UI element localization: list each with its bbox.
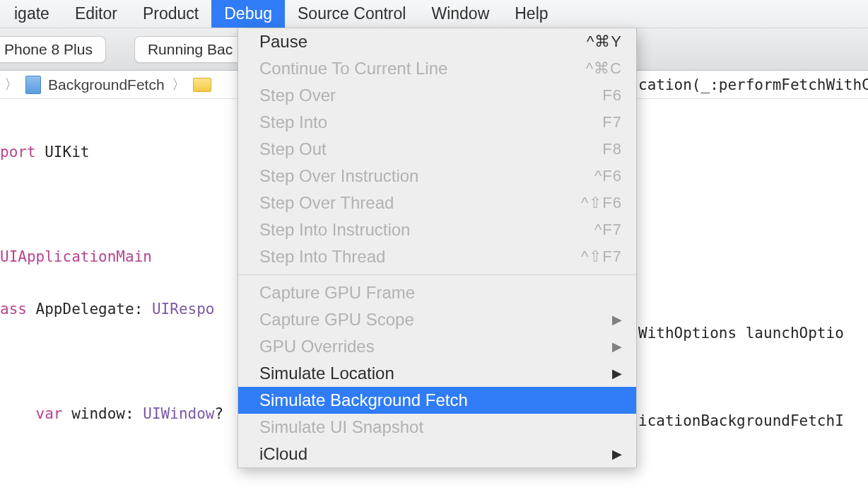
code-token: UIKit [45,144,89,161]
menu-item-continue-to-current-line: Continue To Current Line^⌘C [238,55,636,82]
menu-shortcut: ^⌘C [586,59,622,78]
menu-item-label: Pause [259,32,307,52]
code-token: UIRespo [152,301,215,318]
menu-item-capture-gpu-frame: Capture GPU Frame [238,279,636,306]
menu-shortcut: ^F7 [594,221,622,239]
menu-item-step-over: Step OverF6 [238,82,636,109]
menu-separator [238,274,636,275]
menu-shortcut: ^F6 [594,167,622,185]
menu-item-step-into: Step IntoF7 [238,109,636,136]
menu-item-label: GPU Overrides [259,337,375,356]
menu-item-label: Simulate Background Fetch [259,390,468,410]
menu-item-step-over-instruction: Step Over Instruction^F6 [238,163,636,190]
menu-shortcut: F8 [602,140,622,158]
menu-product[interactable]: Product [130,0,211,28]
menu-item-simulate-location[interactable]: Simulate Location▶ [238,360,636,387]
code-right-fragment: WithOptions launchOptio [638,325,844,342]
code-token: AppDelegate [36,301,134,318]
menu-item-simulate-background-fetch[interactable]: Simulate Background Fetch [238,387,636,414]
menu-item-simulate-ui-snapshot: Simulate UI Snapshot [238,414,636,441]
menu-shortcut: F7 [602,113,622,132]
menu-item-pause[interactable]: Pause^⌘Y [238,28,636,55]
code-token: window: [63,405,143,422]
code-token: port [0,144,45,161]
menu-item-step-over-thread: Step Over Thread^⇧F6 [238,190,636,216]
folder-icon [193,78,211,92]
menu-item-label: iCloud [259,444,307,464]
menu-item-capture-gpu-scope: Capture GPU Scope▶ [238,306,636,333]
code-token: ass [0,301,36,318]
menu-item-label: Step Over Thread [259,193,394,213]
menu-item-label: Capture GPU Scope [259,310,414,330]
menu-shortcut: ^⌘Y [587,33,622,51]
menu-window[interactable]: Window [418,0,502,28]
code-token [0,405,36,422]
submenu-arrow-icon: ▶ [612,312,622,327]
code-token: var [36,405,63,422]
submenu-arrow-icon: ▶ [612,339,622,354]
code-token: : [134,301,152,318]
code-right-fragment: icationBackgroundFetchI [638,412,844,429]
device-selector[interactable]: Phone 8 Plus [0,36,106,63]
menu-shortcut: ^⇧F7 [581,248,622,266]
chevron-right-icon: 〉 [4,75,18,94]
menu-item-label: Step Out [259,139,327,159]
menu-item-label: Capture GPU Frame [259,283,415,303]
menu-item-gpu-overrides: GPU Overrides▶ [238,333,636,360]
menu-item-label: Step Into [259,112,327,132]
menu-item-label: Step Into Instruction [259,220,410,240]
code-token: ? [214,405,223,422]
menubar: igateEditorProductDebugSource ControlWin… [0,0,868,28]
menu-item-label: Step Over Instruction [259,166,418,186]
chevron-right-icon: 〉 [172,75,186,94]
menu-item-icloud[interactable]: iCloud▶ [238,441,636,467]
menu-debug[interactable]: Debug [211,0,285,28]
menu-item-step-into-instruction: Step Into Instruction^F7 [238,216,636,243]
debug-menu-dropdown: Pause^⌘YContinue To Current Line^⌘CStep … [237,28,637,468]
menu-item-label: Continue To Current Line [259,59,447,79]
menu-editor[interactable]: Editor [62,0,130,28]
menu-item-label: Step Into Thread [259,247,385,267]
menu-item-step-into-thread: Step Into Thread^⇧F7 [238,243,636,270]
submenu-arrow-icon: ▶ [612,366,622,381]
code-token: UIApplicationMain [0,248,152,265]
menu-item-step-out: Step OutF8 [238,136,636,163]
menu-item-label: Step Over [259,86,336,105]
menu-item-label: Simulate Location [259,364,394,383]
code-token: UIWindow [143,405,214,422]
submenu-arrow-icon: ▶ [612,446,622,462]
menu-shortcut: F6 [602,86,622,105]
project-file-icon [25,76,41,94]
breadcrumb-right-text: cation(_:performFetchWithCom [638,76,868,93]
breadcrumb-project[interactable]: BackgroundFetch [48,76,165,93]
menu-item-label: Simulate UI Snapshot [259,417,423,437]
menu-shortcut: ^⇧F6 [581,194,622,212]
menu-help[interactable]: Help [502,0,561,28]
menu-source-control[interactable]: Source Control [285,0,418,28]
menu-igate[interactable]: igate [1,0,62,28]
status-pill[interactable]: Running Bac [134,36,246,63]
